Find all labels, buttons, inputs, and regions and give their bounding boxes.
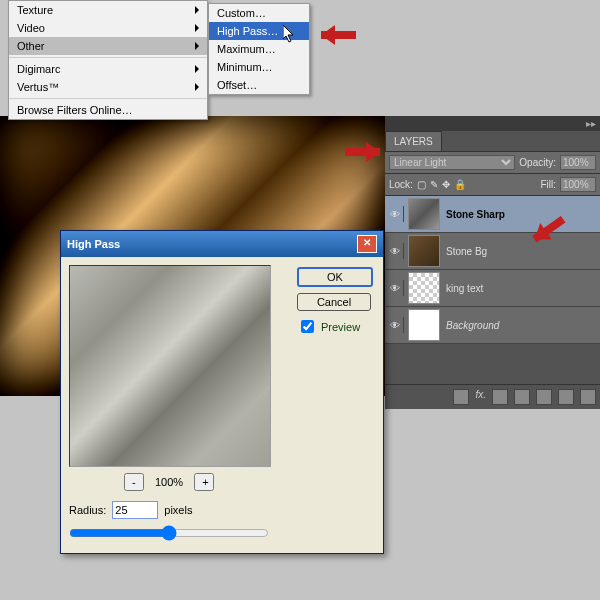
close-icon[interactable]: ✕	[357, 235, 377, 253]
annotation-arrow-icon	[330, 145, 380, 159]
blend-mode-select[interactable]: Linear Light	[389, 155, 515, 170]
menu-texture[interactable]: Texture	[9, 1, 207, 19]
lock-transparency-icon[interactable]: ▢	[417, 179, 426, 190]
mask-icon[interactable]	[492, 389, 508, 405]
cursor-icon	[283, 25, 297, 45]
zoom-out-button[interactable]: -	[124, 473, 144, 491]
layer-name: Stone Sharp	[446, 209, 505, 220]
chevron-right-icon	[195, 42, 199, 50]
opacity-input[interactable]	[560, 155, 596, 170]
preview-checkbox[interactable]	[301, 320, 314, 333]
layers-panel: ▸▸ LAYERS Linear Light Opacity: Lock: ▢ …	[385, 116, 600, 409]
fill-input[interactable]	[560, 177, 596, 192]
lock-label: Lock:	[389, 179, 413, 190]
cancel-button[interactable]: Cancel	[297, 293, 371, 311]
zoom-in-button[interactable]: +	[194, 473, 214, 491]
preview-label: Preview	[321, 321, 360, 333]
menu-video[interactable]: Video	[9, 19, 207, 37]
layer-name: Background	[446, 320, 499, 331]
fx-icon[interactable]: fx.	[475, 389, 486, 405]
menu-digimarc[interactable]: Digimarc	[9, 60, 207, 78]
chevron-right-icon	[195, 83, 199, 91]
menu-vertus[interactable]: Vertus™	[9, 78, 207, 96]
menu-other[interactable]: Other	[9, 37, 207, 55]
fill-label: Fill:	[540, 179, 556, 190]
layer-row[interactable]: 👁king text	[385, 270, 600, 307]
layer-thumbnail[interactable]	[408, 235, 440, 267]
dialog-title: High Pass	[67, 238, 120, 250]
layer-name: king text	[446, 283, 483, 294]
submenu-minimum[interactable]: Minimum…	[209, 58, 309, 76]
layers-tab[interactable]: LAYERS	[385, 131, 442, 151]
layer-row[interactable]: 👁Background	[385, 307, 600, 344]
layer-thumbnail[interactable]	[408, 272, 440, 304]
radius-input[interactable]	[112, 501, 158, 519]
link-layers-icon[interactable]	[453, 389, 469, 405]
layer-thumbnail[interactable]	[408, 309, 440, 341]
trash-icon[interactable]	[580, 389, 596, 405]
annotation-arrow-icon	[321, 28, 371, 42]
chevron-right-icon	[195, 65, 199, 73]
dialog-titlebar[interactable]: High Pass ✕	[61, 231, 383, 257]
preview-area[interactable]	[69, 265, 271, 467]
visibility-icon[interactable]: 👁	[387, 206, 404, 222]
visibility-icon[interactable]: 👁	[387, 280, 404, 296]
radius-unit: pixels	[164, 504, 192, 516]
adjustment-icon[interactable]	[514, 389, 530, 405]
folder-icon[interactable]	[536, 389, 552, 405]
radius-slider[interactable]	[69, 525, 269, 541]
other-submenu[interactable]: Custom… High Pass… Maximum… Minimum… Off…	[208, 3, 310, 95]
submenu-custom[interactable]: Custom…	[209, 4, 309, 22]
opacity-label: Opacity:	[519, 157, 556, 168]
layers-footer: fx.	[385, 384, 600, 409]
submenu-offset[interactable]: Offset…	[209, 76, 309, 94]
new-layer-icon[interactable]	[558, 389, 574, 405]
radius-label: Radius:	[69, 504, 106, 516]
chevron-right-icon	[195, 24, 199, 32]
visibility-icon[interactable]: 👁	[387, 243, 404, 259]
panel-collapse-icon[interactable]: ▸▸	[586, 118, 596, 129]
lock-all-icon[interactable]: 🔒	[454, 179, 466, 190]
layer-row[interactable]: 👁Stone Bg	[385, 233, 600, 270]
filter-menu[interactable]: Texture Video Other Digimarc Vertus™ Bro…	[8, 0, 208, 120]
high-pass-dialog: High Pass ✕ - 100% + OK Cancel Preview R…	[60, 230, 384, 554]
layer-name: Stone Bg	[446, 246, 487, 257]
chevron-right-icon	[195, 6, 199, 14]
ok-button[interactable]: OK	[297, 267, 373, 287]
visibility-icon[interactable]: 👁	[387, 317, 404, 333]
layer-thumbnail[interactable]	[408, 198, 440, 230]
menu-browse-filters[interactable]: Browse Filters Online…	[9, 101, 207, 119]
lock-move-icon[interactable]: ✥	[442, 179, 450, 190]
zoom-level: 100%	[155, 476, 183, 488]
lock-brush-icon[interactable]: ✎	[430, 179, 438, 190]
